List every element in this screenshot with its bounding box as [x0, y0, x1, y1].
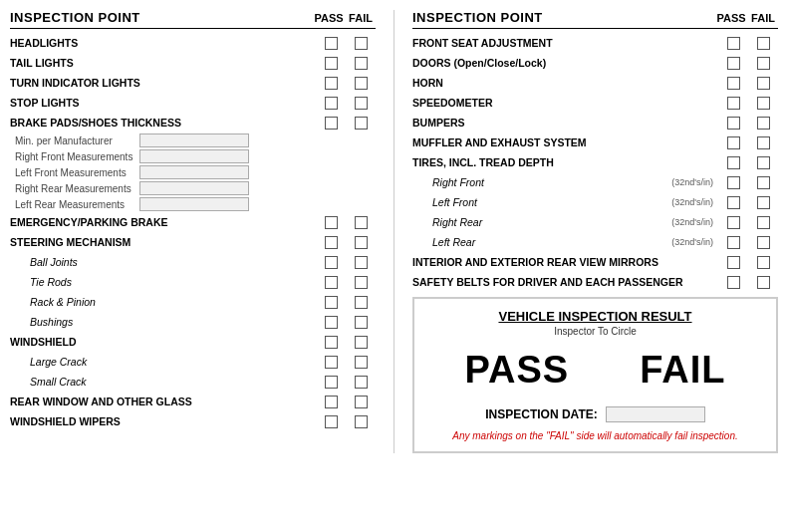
stop-lights-pass-checkbox[interactable] [316, 97, 346, 110]
table-row: FRONT SEAT ADJUSTMENT [412, 33, 778, 53]
bumpers-fail-checkbox[interactable] [748, 117, 778, 130]
speedometer-pass-checkbox[interactable] [718, 97, 748, 110]
table-row: Small Crack [10, 372, 376, 392]
right-front-tire-fail-checkbox[interactable] [748, 176, 778, 189]
front-seat-pass-checkbox[interactable] [718, 37, 748, 50]
bumpers-label: BUMPERS [412, 117, 718, 129]
headlights-pass-checkbox[interactable] [316, 37, 346, 50]
right-front-tire-pass-checkbox[interactable] [718, 176, 748, 189]
horn-fail-checkbox[interactable] [748, 77, 778, 90]
muffler-pass-checkbox[interactable] [718, 136, 748, 149]
doors-pass-checkbox[interactable] [718, 57, 748, 70]
right-front-measurement-input[interactable] [139, 149, 249, 163]
tires-fail-checkbox[interactable] [748, 156, 778, 169]
steering-mechanism-fail-checkbox[interactable] [346, 236, 376, 249]
large-crack-fail-checkbox[interactable] [346, 356, 376, 369]
bushings-pass-checkbox[interactable] [316, 316, 346, 329]
table-row: BRAKE PADS/SHOES THICKNESS [10, 113, 376, 133]
brake-pads-pass-checkbox[interactable] [316, 117, 346, 130]
right-rear-tire-label: Right Rear [412, 216, 663, 228]
turn-indicator-pass-checkbox[interactable] [316, 77, 346, 90]
ball-joints-label: Ball Joints [10, 256, 316, 268]
left-front-tire-fail-checkbox[interactable] [748, 196, 778, 209]
left-rear-tire-label: Left Rear [412, 236, 663, 248]
tail-lights-fail-checkbox[interactable] [346, 57, 376, 70]
brake-pads-fail-checkbox[interactable] [346, 117, 376, 130]
table-row: TURN INDICATOR LIGHTS [10, 73, 376, 93]
bushings-fail-checkbox[interactable] [346, 316, 376, 329]
measurement-row: Right Rear Measurements [10, 180, 376, 196]
left-front-measurement-input[interactable] [139, 165, 249, 179]
left-pass-header: PASS [314, 12, 344, 24]
measurement-row: Min. per Manufacturer [10, 133, 376, 148]
left-header-title: INSPECTION POINT [10, 10, 314, 25]
table-row: Left Rear (32nd's/in) [412, 232, 778, 252]
rack-pinion-fail-checkbox[interactable] [346, 296, 376, 309]
table-row: Bushings [10, 312, 376, 332]
inspection-date-row: INSPECTION DATE: [429, 406, 761, 422]
small-crack-pass-checkbox[interactable] [316, 376, 346, 389]
small-crack-fail-checkbox[interactable] [346, 376, 376, 389]
table-row: Rack & Pinion [10, 292, 376, 312]
horn-pass-checkbox[interactable] [718, 77, 748, 90]
right-rear-tire-pass-checkbox[interactable] [718, 216, 748, 229]
left-front-tire-label: Left Front [412, 196, 663, 208]
left-fail-header: FAIL [346, 12, 376, 24]
right-header: INSPECTION POINT PASS FAIL [412, 10, 778, 29]
headlights-label: HEADLIGHTS [10, 37, 316, 49]
ball-joints-fail-checkbox[interactable] [346, 256, 376, 269]
muffler-fail-checkbox[interactable] [748, 136, 778, 149]
left-rear-measurement-input[interactable] [139, 197, 249, 211]
min-manufacturer-input[interactable] [139, 133, 249, 147]
result-box-subtitle: Inspector To Circle [429, 326, 761, 337]
windshield-wipers-fail-checkbox[interactable] [346, 415, 376, 428]
small-crack-label: Small Crack [10, 376, 316, 388]
stop-lights-fail-checkbox[interactable] [346, 97, 376, 110]
right-rear-tire-fail-checkbox[interactable] [748, 216, 778, 229]
table-row: MUFFLER AND EXHAUST SYSTEM [412, 133, 778, 152]
left-header: INSPECTION POINT PASS FAIL [10, 10, 376, 29]
table-row: TAIL LIGHTS [10, 53, 376, 73]
left-rear-tire-fail-checkbox[interactable] [748, 236, 778, 249]
steering-mechanism-pass-checkbox[interactable] [316, 236, 346, 249]
tie-rods-pass-checkbox[interactable] [316, 276, 346, 289]
left-rear-tire-unit: (32nd's/in) [663, 237, 718, 247]
emergency-brake-fail-checkbox[interactable] [346, 216, 376, 229]
tail-lights-label: TAIL LIGHTS [10, 57, 316, 69]
tires-pass-checkbox[interactable] [718, 156, 748, 169]
rear-view-mirrors-pass-checkbox[interactable] [718, 256, 748, 269]
turn-indicator-fail-checkbox[interactable] [346, 77, 376, 90]
windshield-fail-checkbox[interactable] [346, 336, 376, 349]
safety-belts-fail-checkbox[interactable] [748, 276, 778, 289]
rear-window-pass-checkbox[interactable] [316, 396, 346, 408]
inspection-date-input[interactable] [606, 406, 705, 422]
rear-window-fail-checkbox[interactable] [346, 396, 376, 408]
emergency-brake-label: EMERGENCY/PARKING BRAKE [10, 216, 316, 228]
speedometer-fail-checkbox[interactable] [748, 97, 778, 110]
tie-rods-fail-checkbox[interactable] [346, 276, 376, 289]
windshield-wipers-pass-checkbox[interactable] [316, 415, 346, 428]
rack-pinion-label: Rack & Pinion [10, 296, 316, 308]
safety-belts-label: SAFETY BELTS FOR DRIVER AND EACH PASSENG… [412, 276, 718, 288]
doors-label: DOORS (Open/Close/Lock) [412, 57, 718, 69]
rear-view-mirrors-fail-checkbox[interactable] [748, 256, 778, 269]
windshield-pass-checkbox[interactable] [316, 336, 346, 349]
rack-pinion-pass-checkbox[interactable] [316, 296, 346, 309]
min-manufacturer-label: Min. per Manufacturer [10, 135, 139, 146]
tail-lights-pass-checkbox[interactable] [316, 57, 346, 70]
right-rear-tire-unit: (32nd's/in) [663, 217, 718, 227]
left-front-tire-pass-checkbox[interactable] [718, 196, 748, 209]
headlights-fail-checkbox[interactable] [346, 37, 376, 50]
bumpers-pass-checkbox[interactable] [718, 117, 748, 130]
front-seat-fail-checkbox[interactable] [748, 37, 778, 50]
right-rear-measurement-input[interactable] [139, 181, 249, 195]
safety-belts-pass-checkbox[interactable] [718, 276, 748, 289]
right-fail-header: FAIL [748, 12, 778, 24]
rear-window-label: REAR WINDOW AND OTHER GLASS [10, 396, 316, 407]
left-rear-tire-pass-checkbox[interactable] [718, 236, 748, 249]
right-items-group1: FRONT SEAT ADJUSTMENT DOORS (Open/Close/… [412, 33, 778, 172]
large-crack-pass-checkbox[interactable] [316, 356, 346, 369]
ball-joints-pass-checkbox[interactable] [316, 256, 346, 269]
doors-fail-checkbox[interactable] [748, 57, 778, 70]
emergency-brake-pass-checkbox[interactable] [316, 216, 346, 229]
